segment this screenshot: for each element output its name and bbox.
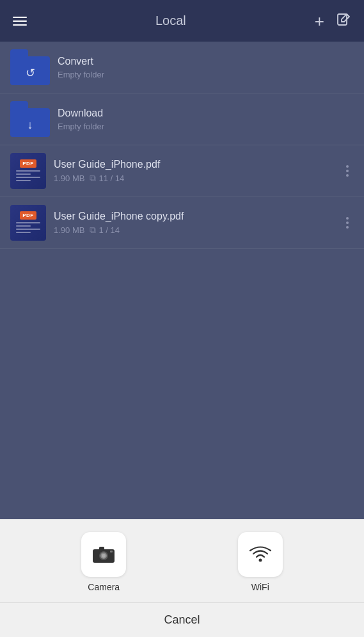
file-name-0: User Guide_iPhone.pdf bbox=[54, 159, 341, 170]
add-button[interactable]: + bbox=[315, 13, 324, 29]
folder-info-convert: Convert Empty folder bbox=[58, 56, 354, 79]
folder-item-convert[interactable]: ↺ Convert Empty folder bbox=[0, 42, 364, 93]
pdf-logo-0: PDF bbox=[20, 159, 36, 168]
wifi-action-button[interactable]: WiFi bbox=[238, 532, 283, 592]
file-info-0: User Guide_iPhone.pdf 1.90 MB ⧉ 11 / 14 bbox=[54, 159, 341, 184]
header-title: Local bbox=[155, 13, 186, 28]
file-list: ↺ Convert Empty folder ↓ Download Empty … bbox=[0, 42, 364, 519]
file-pages-1: ⧉ 1 / 14 bbox=[90, 225, 120, 236]
file-meta-0: 1.90 MB ⧉ 11 / 14 bbox=[54, 173, 341, 184]
wifi-icon-wrap bbox=[238, 532, 283, 577]
download-badge-icon: ↓ bbox=[28, 118, 33, 132]
cancel-button[interactable]: Cancel bbox=[0, 602, 364, 637]
pdf-thumbnail-0: PDF bbox=[10, 153, 46, 189]
bottom-sheet: Camera WiFi Cancel bbox=[0, 519, 364, 637]
wifi-label: WiFi bbox=[251, 582, 269, 592]
folder-subtitle-download: Empty folder bbox=[58, 122, 354, 131]
folder-name-convert: Convert bbox=[58, 56, 354, 67]
folder-icon-convert: ↺ bbox=[10, 49, 50, 85]
file-info-1: User Guide_iPhone copy.pdf 1.90 MB ⧉ 1 /… bbox=[54, 211, 341, 236]
file-name-1: User Guide_iPhone copy.pdf bbox=[54, 211, 341, 222]
bottom-actions-bar: Camera WiFi bbox=[0, 519, 364, 602]
pages-icon-1: ⧉ bbox=[90, 225, 96, 236]
folder-subtitle-convert: Empty folder bbox=[58, 70, 354, 79]
file-item-0[interactable]: PDF User Guide_iPhone.pdf 1.90 MB ⧉ 11 /… bbox=[0, 145, 364, 197]
file-item-1[interactable]: PDF User Guide_iPhone copy.pdf 1.90 MB ⧉… bbox=[0, 197, 364, 249]
svg-rect-5 bbox=[99, 547, 104, 550]
folder-info-download: Download Empty folder bbox=[58, 108, 354, 131]
convert-badge-icon: ↺ bbox=[26, 66, 35, 80]
pdf-thumbnail-1: PDF bbox=[10, 205, 46, 241]
folder-item-download[interactable]: ↓ Download Empty folder bbox=[0, 93, 364, 145]
camera-icon bbox=[92, 545, 115, 564]
file-size-0: 1.90 MB bbox=[54, 173, 84, 183]
file-meta-1: 1.90 MB ⧉ 1 / 14 bbox=[54, 225, 341, 236]
file-pages-0: ⧉ 11 / 14 bbox=[90, 173, 124, 184]
cancel-label: Cancel bbox=[164, 613, 200, 626]
svg-point-4 bbox=[102, 554, 106, 558]
file-size-1: 1.90 MB bbox=[54, 225, 84, 235]
camera-action-button[interactable]: Camera bbox=[81, 532, 126, 592]
app-header: Local + bbox=[0, 0, 364, 42]
note-icon-button[interactable] bbox=[336, 12, 351, 30]
camera-label: Camera bbox=[88, 582, 120, 592]
camera-icon-wrap bbox=[81, 532, 126, 577]
svg-rect-6 bbox=[110, 551, 113, 552]
folder-name-download: Download bbox=[58, 108, 354, 119]
file-more-button-0[interactable] bbox=[341, 160, 354, 182]
header-actions: + bbox=[315, 12, 351, 30]
wifi-icon bbox=[249, 545, 272, 564]
svg-point-7 bbox=[258, 559, 262, 562]
folder-icon-download: ↓ bbox=[10, 101, 50, 137]
hamburger-menu-button[interactable] bbox=[13, 17, 27, 26]
pdf-logo-1: PDF bbox=[20, 211, 36, 220]
pages-icon-0: ⧉ bbox=[90, 173, 96, 184]
file-more-button-1[interactable] bbox=[341, 212, 354, 234]
